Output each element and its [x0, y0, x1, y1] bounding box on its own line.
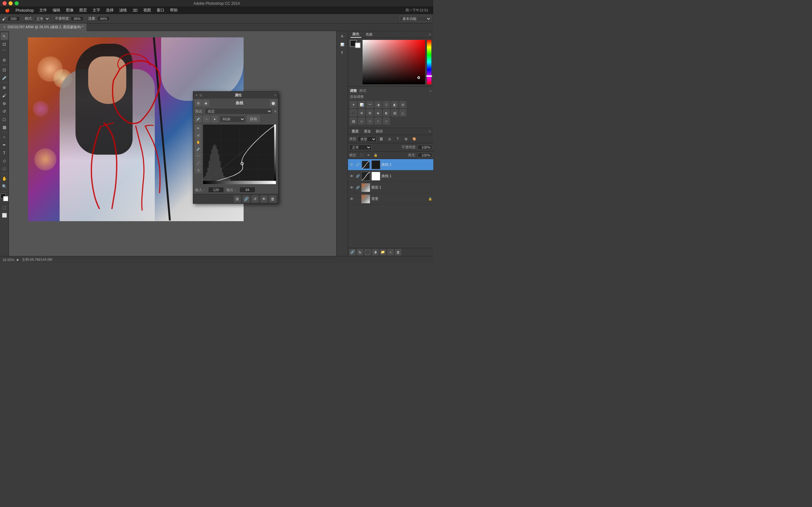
- adj-tab-active[interactable]: 调整: [350, 89, 357, 93]
- menu-image[interactable]: 图像: [63, 7, 76, 14]
- swatches-tab[interactable]: 色板: [364, 32, 374, 38]
- brush-size-input[interactable]: 500: [7, 16, 20, 21]
- levels-adj-icon[interactable]: 📊: [358, 101, 365, 108]
- zoom-tool[interactable]: 🔍: [1, 182, 8, 190]
- path-tool[interactable]: ◇: [1, 157, 8, 164]
- menu-photoshop[interactable]: Photoshop: [13, 8, 36, 13]
- panel-icon-2[interactable]: 📊: [339, 41, 346, 48]
- canvas-area[interactable]: ✕ ⊟ 属性 ≡ ⊞ ◉ 曲线 ⬤ 预设: [9, 31, 336, 256]
- dialog-expand-icon[interactable]: ⊟: [200, 94, 202, 97]
- color-gradient-picker[interactable]: [362, 40, 425, 84]
- close-button[interactable]: [3, 1, 7, 5]
- filter-type-select[interactable]: 类型: [357, 136, 376, 142]
- menu-window[interactable]: 窗口: [154, 7, 167, 14]
- selective-color-adj-icon[interactable]: ◇: [358, 118, 365, 124]
- new-adj-layer-btn[interactable]: ◑: [372, 249, 378, 256]
- lock-pixels-icon[interactable]: ⬛: [359, 153, 364, 158]
- channel-black-eyedropper-icon[interactable]: ●: [212, 116, 218, 122]
- workspace-select[interactable]: 基本功能: [400, 16, 432, 21]
- color-hue-slider[interactable]: [427, 40, 432, 84]
- menu-filter[interactable]: 滤镜: [117, 7, 130, 14]
- curves-option1[interactable]: ⬤: [270, 100, 276, 106]
- text-tool[interactable]: T: [1, 149, 8, 157]
- input-value[interactable]: 120: [208, 187, 224, 193]
- curves-visibility-btn[interactable]: 👁: [260, 195, 267, 203]
- mode-select[interactable]: 正常: [34, 16, 50, 21]
- filter-icon-2[interactable]: ◎: [386, 135, 393, 143]
- posterize-adj-icon[interactable]: ▤: [391, 109, 398, 116]
- preset-options-icon[interactable]: ≡: [274, 109, 276, 113]
- filter-icon-4[interactable]: ⊞: [403, 135, 409, 143]
- add-mask-btn[interactable]: ⬛: [364, 249, 371, 256]
- adj-icon-extra2[interactable]: □: [374, 118, 382, 124]
- background-color[interactable]: [3, 196, 8, 201]
- color-tab[interactable]: 颜色: [351, 31, 361, 38]
- lasso-tool[interactable]: ⌒: [1, 48, 8, 56]
- exposure-adj-icon[interactable]: ◑: [374, 101, 382, 108]
- adj-icon-extra3[interactable]: □: [383, 118, 390, 124]
- marquee-tool[interactable]: ⊡: [1, 40, 8, 48]
- curves-smooth-tool[interactable]: 〰: [195, 153, 201, 159]
- invert-adj-icon[interactable]: ◐: [383, 109, 390, 116]
- filter-icon-3[interactable]: T: [394, 135, 401, 143]
- menu-layer[interactable]: 图层: [77, 7, 90, 14]
- color-swatches[interactable]: [1, 193, 8, 201]
- minimize-button[interactable]: [9, 1, 13, 5]
- bw-adj-icon[interactable]: ⬛: [350, 109, 357, 116]
- blend-mode-select[interactable]: 正常: [349, 145, 371, 150]
- color-fg-bg-swatches[interactable]: [350, 40, 361, 84]
- curves-hand-tool[interactable]: ✋: [195, 139, 201, 145]
- curves-delete-btn[interactable]: 🗑: [269, 195, 276, 203]
- layer-visibility-curves2[interactable]: 👁: [349, 162, 354, 167]
- doc-tab[interactable]: ✕ DSC01767.ARW @ 26.5% (曲线 2, 图层蒙版/8) *: [0, 23, 87, 31]
- curves-warning-tool[interactable]: ⚠: [195, 167, 201, 173]
- menu-help[interactable]: 帮助: [167, 7, 180, 14]
- panel-icon-3[interactable]: ¶: [339, 49, 346, 56]
- curves-dialog-titlebar[interactable]: ✕ ⊟ 属性 ≡: [193, 92, 278, 99]
- channel-eyedropper-icon[interactable]: 💉: [195, 116, 201, 122]
- curves-eyedropper-tool[interactable]: 💉: [195, 146, 201, 152]
- preset-select[interactable]: 自定: [205, 108, 272, 114]
- lock-position-icon[interactable]: ✒: [366, 153, 371, 158]
- lock-all-icon[interactable]: 🔒: [373, 153, 378, 158]
- menu-view[interactable]: 视图: [141, 7, 154, 14]
- layer-visibility-bg[interactable]: 👁: [349, 196, 354, 202]
- gradient-map-adj-icon[interactable]: ▨: [350, 118, 357, 124]
- zoom-info-icon[interactable]: ▶: [17, 258, 19, 262]
- channel-white-eyedropper-icon[interactable]: ○: [203, 116, 210, 122]
- curves-graph[interactable]: [203, 124, 276, 184]
- shape-tool[interactable]: □: [1, 165, 8, 172]
- clone-tool[interactable]: ⊚: [1, 100, 8, 107]
- maximize-button[interactable]: [14, 1, 19, 5]
- curves-link-btn[interactable]: 🔗: [243, 195, 250, 203]
- quick-select-tool[interactable]: ⊘: [1, 56, 8, 64]
- brightness-adj-icon[interactable]: ☀: [350, 101, 357, 108]
- fill-input[interactable]: 100%: [418, 153, 432, 158]
- opacity-input[interactable]: 100%: [418, 145, 432, 150]
- link-layers-btn[interactable]: 🔗: [349, 249, 356, 256]
- curves-reset-btn[interactable]: ↺: [252, 195, 258, 203]
- adj-options-icon[interactable]: ≡: [429, 89, 432, 93]
- hand-tool[interactable]: ✋: [1, 175, 8, 182]
- new-group-btn[interactable]: 📁: [380, 249, 386, 256]
- photofilter-adj-icon[interactable]: ⊕: [358, 109, 365, 116]
- menu-3d[interactable]: 3D: [130, 8, 140, 13]
- tab-close-icon[interactable]: ✕: [3, 25, 6, 29]
- layer-visibility-curves1[interactable]: 👁: [349, 174, 354, 179]
- menu-apple[interactable]: 🍎: [3, 8, 12, 13]
- brush-tool[interactable]: 🖌: [1, 92, 8, 99]
- layer-link-layer1[interactable]: 🔗: [356, 185, 360, 190]
- curves-pen-tool[interactable]: ◎: [195, 132, 201, 138]
- channel-select[interactable]: RGB: [220, 116, 245, 122]
- eyedropper-tool[interactable]: 💉: [1, 74, 8, 81]
- vibrance-adj-icon[interactable]: ▽: [383, 101, 390, 108]
- color-panel-header[interactable]: 颜色 色板 ≡: [348, 31, 433, 38]
- hsl-adj-icon[interactable]: ◧: [391, 101, 398, 108]
- colorlookup-adj-icon[interactable]: ◈: [374, 109, 382, 116]
- menu-select[interactable]: 选择: [103, 7, 116, 14]
- opacity-input[interactable]: 36%: [71, 16, 84, 21]
- channelmixer-adj-icon[interactable]: ⊞: [366, 109, 373, 116]
- menu-file[interactable]: 文件: [37, 7, 49, 14]
- curves-type-icon[interactable]: ⊞: [195, 100, 201, 106]
- style-tab[interactable]: 样式: [359, 89, 366, 93]
